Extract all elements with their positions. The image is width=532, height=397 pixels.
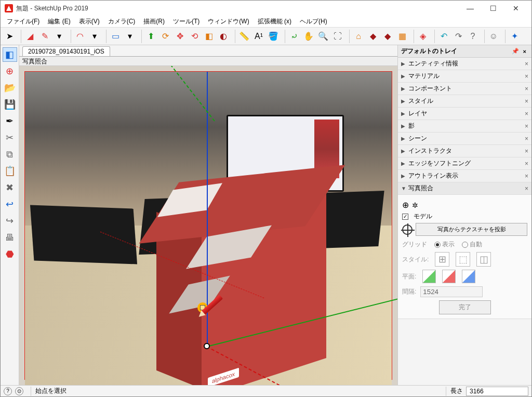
paint-tool-icon[interactable]: 🪣 [267, 30, 280, 43]
arc-dropdown-icon[interactable]: ▾ [88, 30, 101, 43]
menu-help[interactable]: ヘルプ(H) [296, 16, 331, 27]
length-field[interactable]: 3166 [466, 387, 528, 396]
zoom-extents-icon[interactable]: ⛶ [331, 30, 344, 43]
panel-close-icon[interactable]: × [525, 73, 528, 80]
style-option-1-icon[interactable]: ⊞ [435, 252, 449, 267]
menu-edit[interactable]: 編集 (E) [44, 16, 74, 27]
redo-icon[interactable]: ↷ [451, 30, 465, 43]
menu-camera[interactable]: カメラ(C) [104, 16, 140, 27]
status-info-icon[interactable]: ? [4, 387, 12, 395]
print-icon[interactable]: 🖶 [3, 230, 17, 245]
tray-close-icon[interactable]: × [523, 48, 526, 55]
done-button[interactable]: 完了 [439, 300, 491, 314]
panel-style[interactable]: ▶スタイル× [398, 95, 531, 108]
tray-title[interactable]: デフォルトのトレイ 📌 × [398, 45, 531, 58]
close-button[interactable]: ✕ [504, 1, 527, 16]
matchphoto-tool-icon[interactable]: ◧ [3, 47, 17, 62]
panel-close-icon[interactable]: × [525, 160, 528, 167]
style-option-3-icon[interactable]: ◫ [476, 252, 491, 267]
menu-extensions[interactable]: 拡張機能 (x) [254, 16, 296, 27]
rect-dropdown-icon[interactable]: ▾ [123, 30, 137, 43]
cut-icon[interactable]: ✂ [3, 130, 17, 145]
menu-window[interactable]: ウィンドウ(W) [204, 16, 253, 27]
panel-material[interactable]: ▶マテリアル× [398, 70, 531, 83]
panel-close-icon[interactable]: × [525, 123, 528, 130]
viewport[interactable] [19, 66, 397, 385]
layout-icon[interactable]: ▦ [395, 30, 409, 43]
panel-soften[interactable]: ▶エッジをソフトニング× [398, 157, 531, 170]
menu-draw[interactable]: 描画(R) [139, 16, 169, 27]
orbit-tool-icon[interactable]: ⤾ [287, 30, 301, 43]
paste-icon[interactable]: 📋 [3, 164, 17, 178]
menu-file[interactable]: ファイル(F) [3, 16, 44, 27]
target-icon[interactable] [402, 224, 413, 235]
settings-gear-icon[interactable]: ✲ [412, 201, 418, 209]
extensions2-icon[interactable]: ◆ [381, 30, 394, 43]
panel-component[interactable]: ▶コンポーネント× [398, 83, 531, 95]
panel-scene[interactable]: ▶シーン× [398, 133, 531, 145]
pencil-dropdown-icon[interactable]: ▾ [52, 30, 66, 43]
delete-icon[interactable]: ✖ [3, 180, 17, 195]
tape-tool-icon[interactable]: 📏 [237, 30, 251, 43]
panel-outliner[interactable]: ▶アウトライン表示× [398, 170, 531, 182]
back-icon[interactable]: ↩ [3, 197, 17, 211]
extensions1-icon[interactable]: ◆ [366, 30, 380, 43]
minimize-button[interactable]: — [459, 1, 482, 16]
panel-close-icon[interactable]: × [525, 135, 528, 142]
plane-option-red-icon[interactable] [442, 270, 456, 283]
panel-instructor[interactable]: ▶インストラクタ× [398, 145, 531, 157]
style-option-2-icon[interactable]: ⬚ [456, 252, 470, 267]
arc-tool-icon[interactable]: ◠ [73, 30, 87, 43]
plane-option-blue-icon[interactable] [462, 270, 475, 283]
panel-close-icon[interactable]: × [525, 98, 528, 105]
pushpull-tool-icon[interactable]: ⬆ [144, 30, 157, 43]
pen-icon[interactable]: ✒ [3, 114, 17, 128]
help-icon[interactable]: ? [466, 30, 480, 43]
plane-option-green-icon[interactable] [422, 270, 436, 283]
undo-icon[interactable]: ↶ [437, 30, 450, 43]
text-tool-icon[interactable]: A¹ [252, 30, 265, 43]
project-texture-button[interactable]: 写真からテクスチャを投影 [416, 223, 527, 236]
panel-entity-info[interactable]: ▶エンティティ情報× [398, 58, 531, 70]
panel-close-icon[interactable]: × [525, 148, 528, 155]
scene-tab[interactable]: 20190728_091430191_iOS [22, 46, 110, 56]
menu-tool[interactable]: ツール(T) [169, 16, 204, 27]
ruby-icon[interactable]: ◈ [416, 30, 430, 43]
grid-auto-radio[interactable] [462, 242, 468, 248]
followme-tool-icon[interactable]: ◐ [217, 30, 230, 43]
plugin-icon[interactable]: ✦ [508, 30, 521, 43]
rotate-tool-icon[interactable]: ⟲ [188, 30, 201, 43]
rectangle-tool-icon[interactable]: ▭ [109, 30, 122, 43]
panel-close-icon[interactable]: × [525, 60, 528, 68]
grid-display-radio[interactable] [434, 242, 441, 248]
panel-shadow[interactable]: ▶影× [398, 120, 531, 133]
panel-close-icon[interactable]: × [525, 110, 528, 117]
panel-matchphoto[interactable]: ▼写真照合× [398, 182, 531, 195]
open-icon[interactable]: 📂 [3, 81, 17, 95]
forward-icon[interactable]: ↪ [3, 214, 17, 228]
offset-tool-icon[interactable]: ⟳ [158, 30, 172, 43]
model-icon[interactable]: ⬣ [3, 247, 17, 261]
scale-tool-icon[interactable]: ◧ [202, 30, 216, 43]
axis-green-dashed[interactable] [115, 66, 215, 122]
zoom-tool-icon[interactable]: 🔍 [316, 30, 330, 43]
warehouse-icon[interactable]: ⌂ [352, 30, 365, 43]
copy-icon[interactable]: ⧉ [3, 147, 17, 162]
panel-close-icon[interactable]: × [525, 173, 528, 180]
panel-close-icon[interactable]: × [525, 85, 528, 92]
status-geo-icon[interactable]: ⊙ [15, 387, 23, 395]
pan-tool-icon[interactable]: ✋ [302, 30, 315, 43]
pin-icon[interactable]: 📌 [512, 48, 519, 55]
eraser-tool-icon[interactable]: ◢ [23, 30, 37, 43]
select-tool-icon[interactable]: ➤ [3, 30, 16, 43]
spacing-input[interactable] [420, 286, 483, 297]
axis-origin[interactable] [204, 343, 210, 349]
move-tool-icon[interactable]: ✥ [173, 30, 187, 43]
panel-layer[interactable]: ▶レイヤ× [398, 108, 531, 120]
model-checkbox[interactable] [402, 214, 408, 220]
maximize-button[interactable]: ☐ [482, 1, 504, 16]
menu-view[interactable]: 表示(V) [75, 16, 104, 27]
pencil-tool-icon[interactable]: ✎ [38, 30, 51, 43]
save-icon[interactable]: 💾 [3, 97, 17, 112]
newphoto-icon[interactable]: ⊕ [3, 64, 17, 78]
